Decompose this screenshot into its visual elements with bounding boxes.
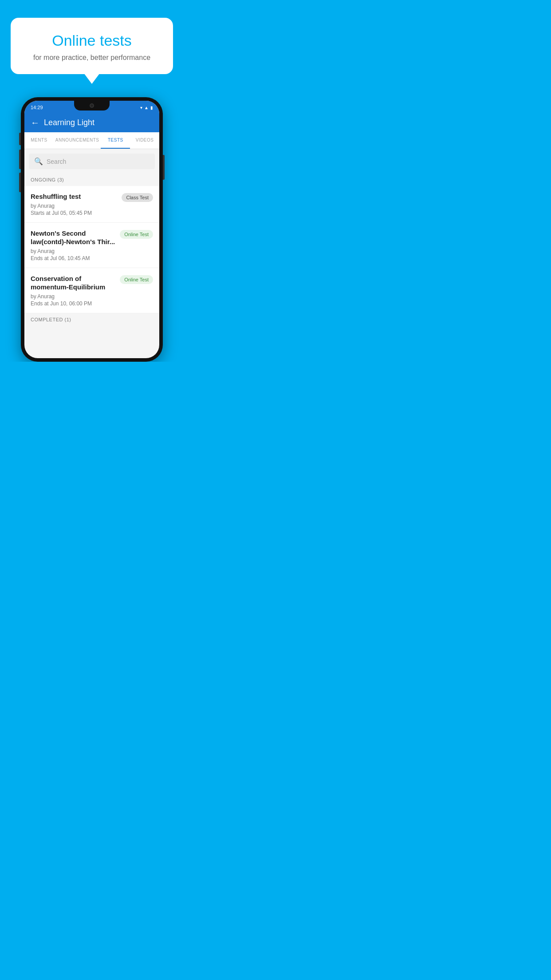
test-time-1: Starts at Jul 05, 05:45 PM (31, 210, 117, 216)
test-by-2: by Anurag (31, 248, 115, 254)
app-bar: ← Learning Light (24, 113, 159, 132)
back-button[interactable]: ← (31, 118, 39, 128)
phone-camera (90, 103, 94, 108)
test-item-2-content: Newton's Second law(contd)-Newton's Thir… (31, 229, 115, 261)
test-list: Reshuffling test by Anurag Starts at Jul… (24, 186, 159, 313)
battery-icon: ▮ (150, 105, 153, 110)
completed-section-header: COMPLETED (1) (24, 313, 159, 326)
badge-online-test-2: Online Test (120, 230, 153, 239)
promo-area: Online tests for more practice, better p… (0, 0, 184, 74)
tab-announcements[interactable]: ANNOUNCEMENTS (54, 132, 101, 149)
test-item-3-content: Conservation of momentum-Equilibrium by … (31, 274, 115, 307)
badge-class-test-1: Class Test (122, 193, 153, 202)
test-name-3: Conservation of momentum-Equilibrium (31, 274, 115, 292)
status-icons: ▾ ▲ ▮ (140, 105, 153, 110)
app-title: Learning Light (44, 118, 94, 127)
test-item-3[interactable]: Conservation of momentum-Equilibrium by … (24, 268, 159, 313)
test-time-3: Ends at Jun 10, 06:00 PM (31, 300, 115, 307)
promo-subtitle: for more practice, better performance (21, 54, 162, 62)
tab-ments[interactable]: MENTS (24, 132, 54, 149)
ongoing-section-header: ONGOING (3) (24, 174, 159, 186)
power-btn (163, 155, 165, 180)
status-time: 14:29 (31, 105, 43, 110)
phone-device: 14:29 ▾ ▲ ▮ ← Learning Light MENTS ANNOU… (21, 97, 163, 362)
phone-screen: 14:29 ▾ ▲ ▮ ← Learning Light MENTS ANNOU… (24, 101, 159, 358)
test-time-2: Ends at Jul 06, 10:45 AM (31, 255, 115, 261)
test-by-3: by Anurag (31, 293, 115, 300)
test-item-1-content: Reshuffling test by Anurag Starts at Jul… (31, 192, 117, 216)
tab-bar: MENTS ANNOUNCEMENTS TESTS VIDEOS (24, 132, 159, 149)
tab-tests[interactable]: TESTS (101, 132, 130, 149)
promo-title: Online tests (21, 32, 162, 49)
test-by-1: by Anurag (31, 203, 117, 209)
wifi-icon: ▾ (140, 105, 142, 110)
test-item-1[interactable]: Reshuffling test by Anurag Starts at Jul… (24, 186, 159, 223)
search-icon: 🔍 (34, 157, 43, 166)
signal-icon: ▲ (144, 105, 149, 110)
search-input[interactable]: Search (47, 158, 66, 165)
volume-btn-2 (19, 150, 21, 169)
badge-online-test-3: Online Test (120, 275, 153, 284)
speech-bubble: Online tests for more practice, better p… (11, 18, 173, 74)
test-item-2[interactable]: Newton's Second law(contd)-Newton's Thir… (24, 223, 159, 268)
phone-notch (74, 101, 110, 111)
phone-body: 14:29 ▾ ▲ ▮ ← Learning Light MENTS ANNOU… (21, 97, 163, 362)
search-bar[interactable]: 🔍 Search (29, 154, 155, 169)
volume-btn-1 (19, 133, 21, 145)
test-name-1: Reshuffling test (31, 192, 117, 201)
test-name-2: Newton's Second law(contd)-Newton's Thir… (31, 229, 115, 246)
tab-videos[interactable]: VIDEOS (130, 132, 159, 149)
volume-btn-3 (19, 173, 21, 192)
